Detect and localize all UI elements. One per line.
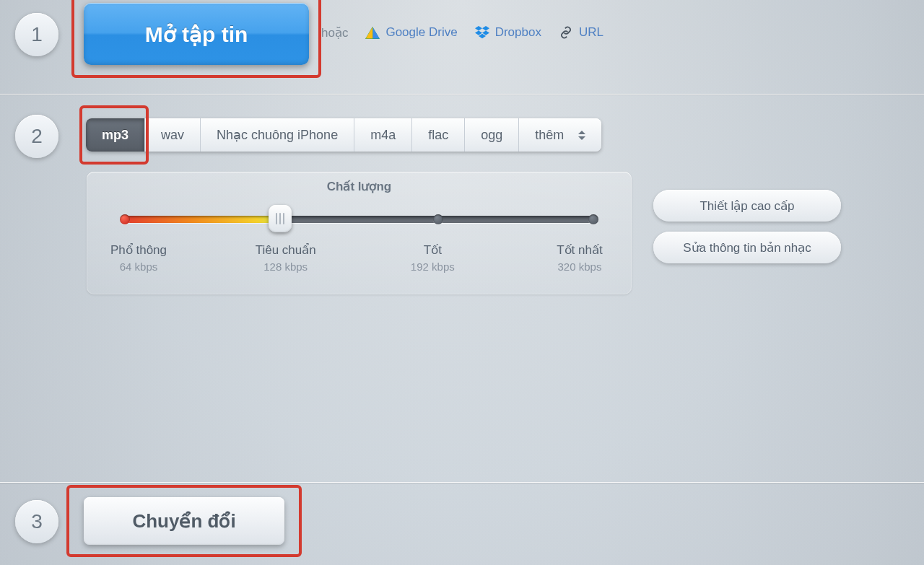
slider-tick-4 [588, 214, 598, 224]
slider-tick-1 [120, 214, 130, 224]
quality-label-3: Tốt 192 kbps [382, 242, 483, 273]
slider-handle[interactable] [269, 205, 292, 232]
step-1-section: 1 Mở tập tin hoặc Google Drive Dropbox U… [0, 0, 924, 94]
step-1-badge: 1 [15, 13, 58, 56]
format-tab-m4a[interactable]: m4a [354, 118, 412, 152]
edit-track-info-button[interactable]: Sửa thông tin bản nhạc [653, 232, 841, 263]
source-dropbox[interactable]: Dropbox [475, 25, 541, 40]
or-label: hoặc [321, 25, 348, 40]
step-3-section: 3 Chuyển đổi [0, 483, 924, 565]
chevron-updown-icon [578, 131, 585, 140]
quality-labels: Phổ thông 64 kbps Tiêu chuẩn 128 kbps Tố… [116, 242, 603, 273]
step-3-number: 3 [31, 510, 43, 533]
quality-label-4: Tốt nhất 320 kbps [529, 242, 630, 273]
open-file-label: Mở tập tin [145, 22, 248, 46]
source-row: hoặc Google Drive Dropbox URL [321, 22, 910, 43]
google-drive-icon [365, 27, 380, 39]
step-2-badge: 2 [15, 115, 58, 158]
format-tab-more[interactable]: thêm [519, 118, 601, 152]
quality-slider[interactable] [121, 211, 597, 226]
slider-tick-3 [433, 214, 443, 224]
convert-label: Chuyển đổi [132, 510, 235, 532]
open-file-button[interactable]: Mở tập tin [84, 3, 309, 65]
format-tab-mp3[interactable]: mp3 [86, 118, 145, 152]
format-tab-ogg[interactable]: ogg [465, 118, 519, 152]
format-tab-wav[interactable]: wav [145, 118, 201, 152]
quality-label-1: Phổ thông 64 kbps [88, 242, 189, 273]
step-2-number: 2 [31, 125, 43, 148]
step-2-section: 2 mp3 wav Nhạc chuông iPhone m4a flac og… [0, 95, 924, 481]
step-1-number: 1 [31, 23, 43, 46]
quality-label-2: Tiêu chuẩn 128 kbps [235, 242, 336, 273]
quality-card: Chất lượng Phổ thông 64 kbps Tiêu chuẩn … [87, 172, 632, 294]
format-tab-flac[interactable]: flac [412, 118, 465, 152]
slider-fill [121, 216, 280, 223]
quality-title: Chất lượng [87, 172, 632, 194]
source-url[interactable]: URL [559, 25, 603, 40]
format-bar: mp3 wav Nhạc chuông iPhone m4a flac ogg … [86, 118, 601, 152]
google-drive-label: Google Drive [385, 25, 457, 40]
advanced-settings-button[interactable]: Thiết lập cao cấp [653, 190, 841, 222]
source-google-drive[interactable]: Google Drive [365, 25, 457, 40]
step-3-badge: 3 [15, 500, 58, 543]
url-icon [559, 26, 573, 39]
dropbox-label: Dropbox [495, 25, 541, 40]
dropbox-icon [475, 26, 489, 39]
format-tab-iphone-ringtone[interactable]: Nhạc chuông iPhone [201, 118, 354, 152]
convert-button[interactable]: Chuyển đổi [84, 497, 284, 545]
url-label: URL [579, 25, 603, 40]
